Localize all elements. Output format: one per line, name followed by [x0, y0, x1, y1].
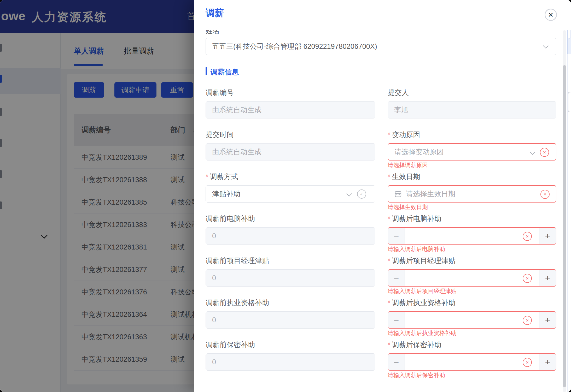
right-edge-pill — [568, 29, 571, 39]
adjust-method-select[interactable]: 津贴补助 ✓ — [206, 185, 375, 203]
after-secret-stepper[interactable]: − ✕ + — [388, 353, 556, 371]
field-label: *调薪后项目经理津贴 — [388, 256, 456, 265]
chevron-down-icon — [530, 149, 535, 155]
field-label: *调薪后保密补助 — [388, 340, 441, 349]
employee-select-value: 五五三(科技公司-综合管理部 62092219780206700X) — [212, 42, 377, 51]
decrease-button[interactable]: − — [388, 312, 405, 328]
field-label: 提交时间 — [206, 130, 234, 139]
field-label: 调薪前电脑补助 — [206, 214, 255, 223]
field-label: 提交人 — [388, 88, 409, 97]
error-message: 请选择调薪原因 — [388, 161, 428, 169]
submit-time-input[interactable]: 由系统自动生成 — [206, 143, 375, 161]
section-title: 调薪信息 — [211, 67, 239, 77]
effective-date-picker[interactable]: 请选择生效日期 ✕ — [388, 185, 556, 203]
screen: owe 人力资源系统 首 单人调薪 批量调薪 调薪 调薪申请 重置 调薪编号 部… — [0, 0, 571, 392]
field-label: *调薪后执业资格补助 — [388, 298, 456, 307]
right-edge-outline — [568, 92, 571, 112]
before-pm-input[interactable]: 0 — [206, 269, 375, 287]
salary-adjust-drawer: 姓名 调薪 ✕ 五五三(科技公司-综合管理部 62092219780206700… — [194, 0, 571, 392]
clear-icon[interactable]: ✕ — [523, 232, 532, 241]
submitter-input[interactable]: 李旭 — [388, 101, 556, 118]
field-label: 调薪编号 — [206, 88, 234, 97]
drawer-header: 调薪 ✕ — [194, 0, 571, 30]
after-pm-stepper[interactable]: − ✕ + — [388, 269, 556, 287]
before-secret-input[interactable]: 0 — [206, 353, 375, 371]
field-label: *生效日期 — [388, 172, 420, 181]
increase-button[interactable]: + — [539, 354, 556, 370]
field-label: *调薪方式 — [206, 172, 238, 181]
decrease-button[interactable]: − — [388, 270, 405, 286]
error-message: 请输入调薪后保密补助 — [388, 371, 445, 379]
section-marker — [206, 67, 207, 75]
clear-icon[interactable]: ✕ — [540, 190, 550, 199]
clear-icon[interactable]: ✕ — [523, 274, 532, 283]
field-label: *调薪后电脑补助 — [388, 214, 441, 223]
after-qual-stepper[interactable]: − ✕ + — [388, 311, 556, 329]
adjust-code-input[interactable]: 由系统自动生成 — [206, 101, 375, 118]
after-computer-stepper[interactable]: − ✕ + — [388, 227, 556, 245]
clear-icon[interactable]: ✕ — [540, 148, 549, 157]
before-qual-input[interactable]: 0 — [206, 311, 375, 329]
error-message: 请输入调薪后项目经理津贴 — [388, 287, 457, 295]
decrease-button[interactable]: − — [388, 354, 405, 370]
field-label: 调薪前项目经理津贴 — [206, 256, 269, 265]
close-button[interactable]: ✕ — [545, 9, 557, 21]
field-label: 调薪前执业资格补助 — [206, 298, 269, 307]
chevron-down-icon — [543, 43, 549, 49]
increase-button[interactable]: + — [539, 228, 556, 244]
scrollbar-thumb[interactable] — [563, 65, 566, 387]
clear-icon[interactable]: ✕ — [523, 316, 532, 325]
drawer-title: 调薪 — [206, 7, 224, 19]
decrease-button[interactable]: − — [388, 228, 405, 244]
calendar-icon — [394, 190, 402, 198]
error-message: 请输入调薪后电脑补助 — [388, 245, 445, 253]
change-reason-select[interactable]: 请选择变动原因 ✕ — [388, 143, 556, 161]
employee-select[interactable]: 五五三(科技公司-综合管理部 62092219780206700X) — [206, 38, 556, 55]
clear-icon[interactable]: ✕ — [523, 358, 532, 367]
error-message: 请输入调薪后执业资格补助 — [388, 329, 457, 337]
check-circle-icon: ✓ — [357, 189, 366, 199]
field-label: *变动原因 — [388, 130, 420, 139]
error-message: 请选择生效日期 — [388, 203, 428, 211]
before-computer-input[interactable]: 0 — [206, 227, 375, 245]
field-label: 调薪前保密补助 — [206, 340, 255, 349]
chevron-down-icon — [346, 191, 352, 197]
increase-button[interactable]: + — [539, 312, 556, 328]
increase-button[interactable]: + — [539, 270, 556, 286]
close-icon: ✕ — [548, 11, 554, 18]
